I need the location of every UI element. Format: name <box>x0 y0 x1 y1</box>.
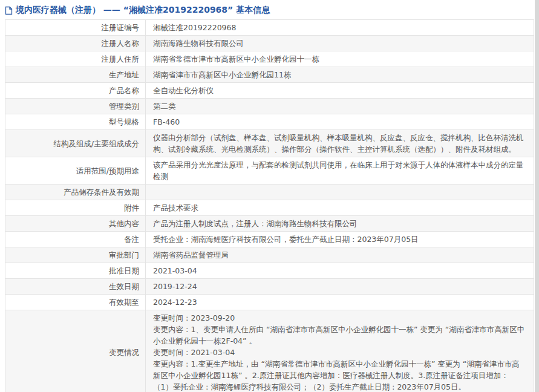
row-value: 湖南省常德市津市市高新区中小企业孵化园十一栋 <box>146 51 534 67</box>
row-value: 产品技术要求 <box>146 200 534 216</box>
row-management-class: 管理类别 第二类 <box>5 99 534 114</box>
row-value: 仪器由分析部分（试剂盘、样本盘、试剂吸量机构、样本吸量机构、反应盘、反应仓、搅拌… <box>146 130 534 157</box>
row-value: 受托企业：湖南海鲤医疗科技有限公司，委托生产截止日期：2023年07月05日 <box>146 232 534 247</box>
row-intended-use: 适用范围/预期用途 该产品采用分光光度法原理，与配套的检测试剂共同使用，在临床上… <box>5 157 534 185</box>
row-expiry-date: 有效期至 2024-12-23 <box>5 295 534 310</box>
row-approval-department: 审批部门 湖南省药品监督管理局 <box>5 247 534 263</box>
row-remarks: 备注 受托企业：湖南海鲤医疗科技有限公司，委托生产截止日期：2023年07月05… <box>5 232 534 247</box>
row-value: 产品为注册人制度试点，注册人：湖南海路生物科技有限公司 <box>146 216 534 232</box>
row-value: 2021-03-04 <box>146 263 534 279</box>
row-label: 产品储存条件及有效期 <box>5 185 146 200</box>
row-effective-date: 生效日期 2019-12-24 <box>5 279 534 295</box>
row-value: FB-460 <box>146 114 534 130</box>
registration-info-table: 注册证编号 湘械注准20192220968 注册人名称 湖南海路生物科技有限公司… <box>5 19 534 392</box>
row-other-content: 其他内容 产品为注册人制度试点，注册人：湖南海路生物科技有限公司 <box>5 216 534 232</box>
change-line: 变更内容：1、变更申请人住所由 “湖南省津市市高新区中小企业孵化园十一栋” 变更… <box>153 324 526 347</box>
row-value: 第二类 <box>146 99 534 114</box>
row-label: 管理类别 <box>5 99 146 114</box>
row-value: 湘械注准20192220968 <box>146 20 534 36</box>
row-label: 变更情况 <box>5 310 146 392</box>
row-label: 有效期至 <box>5 295 146 310</box>
row-label: 结构及组成/主要组成成分 <box>5 130 146 157</box>
row-label: 生产地址 <box>5 67 146 83</box>
row-storage-validity: 产品储存条件及有效期 <box>5 185 534 200</box>
row-label: 适用范围/预期用途 <box>5 157 146 185</box>
row-value: 变更时间：2023-09-20 变更内容：1、变更申请人住所由 “湖南省津市市高… <box>146 310 534 392</box>
row-attachment: 附件 产品技术要求 <box>5 200 534 216</box>
row-value: 湖南省药品监督管理局 <box>146 247 534 263</box>
row-structure-composition: 结构及组成/主要组成成分 仪器由分析部分（试剂盘、样本盘、试剂吸量机构、样本吸量… <box>5 130 534 157</box>
row-value: 2024-12-23 <box>146 295 534 310</box>
row-value: 湖南海路生物科技有限公司 <box>146 36 534 51</box>
row-value: 该产品采用分光光度法原理，与配套的检测试剂共同使用，在临床上用于对来源于人体的体… <box>146 157 534 185</box>
row-product-name: 产品名称 全自动生化分析仪 <box>5 83 534 99</box>
row-label: 附件 <box>5 200 146 216</box>
row-label: 备注 <box>5 232 146 247</box>
row-registration-number: 注册证编号 湘械注准20192220968 <box>5 20 534 36</box>
row-label: 注册证编号 <box>5 20 146 36</box>
page-title-text: 境内医疗器械（注册） —— “湘械注准20192220968” 基本信息 <box>16 5 270 16</box>
row-value: 湖南省津市市高新区中小企业孵化园11栋 <box>146 67 534 83</box>
row-label: 产品名称 <box>5 83 146 99</box>
row-approval-date: 批准日期 2021-03-04 <box>5 263 534 279</box>
row-registrant-name: 注册人名称 湖南海路生物科技有限公司 <box>5 36 534 51</box>
row-label: 其他内容 <box>5 216 146 232</box>
row-label: 注册人住所 <box>5 51 146 67</box>
row-change-history: 变更情况 变更时间：2023-09-20 变更内容：1、变更申请人住所由 “湖南… <box>5 310 534 392</box>
change-line: 变更时间：2021-03-04 <box>153 347 526 358</box>
row-label: 型号规格 <box>5 114 146 130</box>
change-line: 变更内容：1.变更生产地址，由 “湖南省常德市津市市高新区中小企业孵化园十一栋”… <box>153 358 526 392</box>
row-label: 审批部门 <box>5 247 146 263</box>
row-label: 批准日期 <box>5 263 146 279</box>
content-area: 境内医疗器械（注册） —— “湘械注准20192220968” 基本信息 注册证… <box>0 0 535 392</box>
row-value: 2019-12-24 <box>146 279 534 295</box>
page-title: 境内医疗器械（注册） —— “湘械注准20192220968” 基本信息 <box>0 1 535 19</box>
row-registrant-address: 注册人住所 湖南省常德市津市市高新区中小企业孵化园十一栋 <box>5 51 534 67</box>
document-icon <box>5 6 13 15</box>
row-label: 注册人名称 <box>5 36 146 51</box>
row-production-address: 生产地址 湖南省津市市高新区中小企业孵化园11栋 <box>5 67 534 83</box>
row-value: 全自动生化分析仪 <box>146 83 534 99</box>
row-value <box>146 185 534 200</box>
row-model-spec: 型号规格 FB-460 <box>5 114 534 130</box>
row-label: 生效日期 <box>5 279 146 295</box>
change-line: 变更时间：2023-09-20 <box>153 312 526 324</box>
